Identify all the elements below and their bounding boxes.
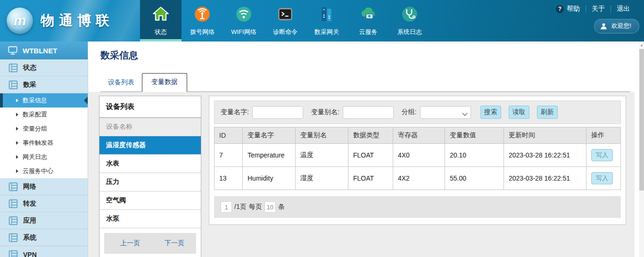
search-bar: 变量名字: 变量别名: 分组: 搜索 读取 刷新 [214,100,621,124]
variable-alias-input[interactable] [343,106,394,119]
cell-id: 13 [215,167,243,190]
cell-alias: 温度 [296,144,348,167]
main-content: 数采信息 设备列表 变量数据 设备列表 设备名称 温湿度传感器 水表 压力 空气… [88,41,644,257]
list-icon [8,182,18,191]
cell-value: 20.10 [445,144,504,167]
table-pager: /1页 每页 条 [214,196,621,218]
sidebar-item-label: 系统 [23,233,36,242]
sidebar-item-variable-group[interactable]: 变量分组 [0,122,88,136]
cell-alias: 湿度 [296,167,348,190]
logout-link[interactable]: 退出 [611,4,636,14]
sidebar-item-daq-config[interactable]: 数采配置 [0,108,88,122]
nav-item-cloud-service[interactable]: 云服务 [347,0,389,41]
col-update-time: 更新时间 [504,127,586,144]
sidebar-item-gateway-log[interactable]: 网关日志 [0,150,88,164]
sidebar-item-daq-info[interactable]: 数采信息 [0,93,88,108]
cell-type: FLOAT [348,167,393,190]
home-icon [151,5,170,24]
sidebar-item-label: 状态 [23,64,36,72]
terminal-icon [276,5,295,24]
question-icon: ? [556,5,564,13]
vertical-scrollbar[interactable]: ▲ [639,41,644,257]
variable-name-input[interactable] [252,106,303,119]
cell-updated: 2023-03-28 16:22:51 [504,167,586,190]
scrollbar-thumb[interactable] [639,49,644,191]
tab-device-list[interactable]: 设备列表 [100,78,142,91]
sidebar-item-label: 转发 [23,199,36,208]
page-number-input[interactable] [221,201,232,213]
header-links: ? 帮助 关于 退出 [550,4,636,14]
triangle-icon [16,155,18,159]
device-pager: 上一页 下一页 [104,233,196,254]
sidebar-subitem-label: 变量分组 [23,124,47,133]
monitor-icon [8,45,18,56]
group-select[interactable] [420,106,471,119]
cell-action: 写入 [586,167,621,190]
list-icon [8,199,18,208]
cell-register: 4X0 [393,144,445,167]
nav-label: 诊断命令 [273,28,297,36]
dial-network-icon [193,5,212,24]
triangle-icon [16,127,18,131]
device-row-temp-humidity-sensor[interactable]: 温湿度传感器 [99,136,201,155]
triangle-icon [16,99,18,102]
cloud-icon [359,5,378,24]
write-button[interactable]: 写入 [591,149,613,161]
sidebar-item-application[interactable]: 应用 [0,212,88,229]
about-label: 关于 [592,5,605,13]
stethoscope-icon [400,5,419,24]
sidebar-item-status[interactable]: 状态 [0,59,88,76]
sidebar-item-system[interactable]: 系统 [0,229,88,246]
nav-item-wifi-network[interactable]: WIFI网络 [223,0,264,41]
sidebar-item-daq[interactable]: 数采 [0,76,88,93]
nav-label: WIFI网络 [231,28,256,36]
read-button[interactable]: 读取 [509,106,529,119]
sidebar-item-event-trigger[interactable]: 事件触发器 [0,136,88,150]
list-icon [8,80,18,90]
col-variable-value: 变量数值 [445,127,504,144]
sidebar-item-vpn[interactable]: VPN [0,246,88,257]
sidebar-item-label: VPN [23,251,37,257]
table-header-row: ID 变量名字 变量别名 数据类型 寄存器 变量数值 更新时间 操作 [215,127,621,144]
variables-table: ID 变量名字 变量别名 数据类型 寄存器 变量数值 更新时间 操作 7 [214,127,621,190]
list-icon [8,233,18,242]
variable-alias-label: 变量别名: [311,108,339,116]
scroll-up-arrow[interactable]: ▲ [639,41,644,48]
about-link[interactable]: 关于 [586,4,611,14]
triangle-icon [16,169,18,173]
col-id: ID [215,127,243,144]
col-variable-name: 变量名字 [243,127,296,144]
device-row-pressure[interactable]: 压力 [99,173,201,191]
device-row-water-meter[interactable]: 水表 [99,155,201,173]
content-top: 数采信息 设备列表 变量数据 [88,41,644,92]
per-page-input[interactable] [264,201,276,213]
sidebar-item-label: 应用 [23,216,36,225]
device-column-label: 设备名称 [99,118,201,136]
sidebar-item-cloud-center[interactable]: 云服务中心 [0,164,88,178]
nav-item-status[interactable]: 状态 [140,0,182,41]
search-button[interactable]: 搜索 [480,106,501,119]
refresh-button[interactable]: 刷新 [537,106,558,119]
sidebar-item-forward[interactable]: 转发 [0,195,88,212]
next-page-link[interactable]: 下一页 [165,239,184,248]
cell-name: Humidity [243,167,296,190]
device-row-air-valve[interactable]: 空气阀 [99,191,201,210]
nav-item-diagnostic-command[interactable]: 诊断命令 [264,0,306,41]
cell-value: 55.00 [445,167,504,190]
gutter [635,41,639,257]
write-button[interactable]: 写入 [591,172,613,184]
top-nav: 状态 拨号网络 WIFI网络 诊断命令 数采网关 [140,0,430,41]
help-link[interactable]: ? 帮助 [550,4,586,14]
tab-variable-data[interactable]: 变量数据 [142,73,187,92]
welcome-button[interactable]: 欢迎您! [594,19,639,33]
wifi-icon [234,5,253,24]
sidebar-subitem-label: 数采信息 [23,96,47,105]
nav-item-daq-gateway[interactable]: 数采网关 [306,0,347,41]
prev-page-link[interactable]: 上一页 [120,239,140,248]
welcome-label: 欢迎您! [611,22,631,30]
nav-item-system-log[interactable]: 系统日志 [389,0,430,41]
sidebar-item-network[interactable]: 网络 [0,178,88,195]
device-row-water-pump[interactable]: 水泵 [99,210,201,228]
nav-item-dial-network[interactable]: 拨号网络 [182,0,223,41]
sidebar-subitem-label: 云服务中心 [23,167,53,175]
